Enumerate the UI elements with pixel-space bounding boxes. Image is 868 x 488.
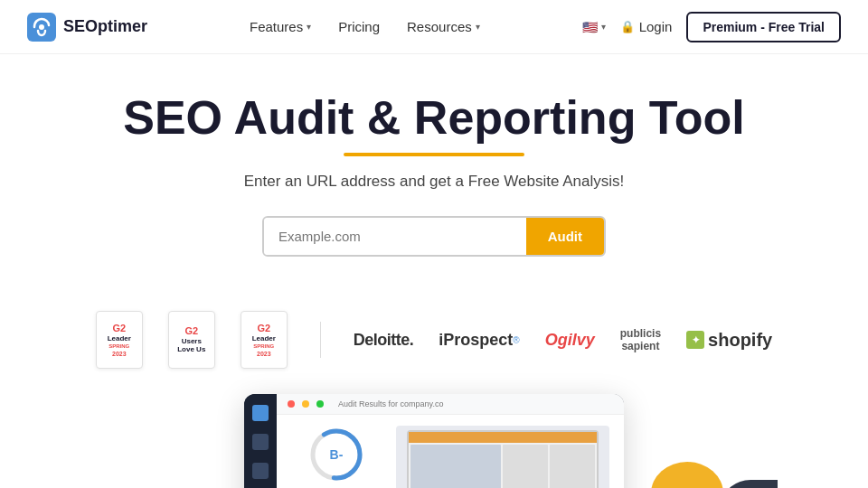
g2-badge-leader-1: G2 Leader SPRING 2023 <box>96 311 143 369</box>
seoptimer-logo-icon <box>27 13 56 42</box>
client-logo-shopify: ✦ shopify <box>686 330 772 351</box>
nav-features[interactable]: Features ▾ <box>250 19 311 34</box>
badge-season-1: SPRING <box>108 343 129 349</box>
social-proof-row: G2 Leader SPRING 2023 G2 Users Love Us G… <box>0 311 868 369</box>
g2-logo-icon-3: G2 <box>257 323 270 333</box>
flag-chevron-icon: ▾ <box>601 22 606 32</box>
features-chevron-icon: ▾ <box>307 22 311 32</box>
hero-subtitle: Enter an URL address and get a Free Webs… <box>0 173 868 191</box>
preview-body: B- Your page could be better <box>277 415 624 488</box>
audit-score-section: B- Your page could be better <box>291 426 382 488</box>
laptop-image-col <box>410 445 501 488</box>
badge-title-2: Users Love Us <box>173 338 211 354</box>
navbar-right: 🇺🇸 ▾ 🔒 Login Premium - Free Trial <box>582 12 841 42</box>
g2-badge-leader-2: G2 Leader SPRING 2023 <box>241 311 288 369</box>
preview-domain-label: Audit Results for company.co <box>338 399 443 408</box>
laptop-body <box>409 443 597 488</box>
laptop-col-2 <box>550 445 595 488</box>
preview-sidebar-icon-2 <box>252 434 269 450</box>
badge-year-1: 2023 <box>112 351 127 357</box>
premium-trial-button[interactable]: Premium - Free Trial <box>686 12 841 42</box>
lock-icon: 🔒 <box>620 20 635 33</box>
preview-sidebar-icon-3 <box>252 463 269 479</box>
badge-title-1: Leader <box>108 335 131 343</box>
hero-section: SEO Audit & Reporting Tool Enter an URL … <box>0 54 868 311</box>
score-value: B- <box>330 447 344 462</box>
yellow-decoration <box>651 462 723 488</box>
divider <box>320 322 321 358</box>
badge-title-3: Leader <box>252 335 276 343</box>
hero-underline-decoration <box>344 153 524 156</box>
flag-icon: 🇺🇸 <box>582 20 598 34</box>
url-search-input[interactable] <box>264 218 526 255</box>
audit-preview-card: Audit Results for company.co B- Your pag… <box>244 394 624 488</box>
language-selector[interactable]: 🇺🇸 ▾ <box>582 20 606 34</box>
preview-main-content: Audit Results for company.co B- Your pag… <box>277 394 624 488</box>
laptop-preview-graphic <box>407 430 599 488</box>
g2-badge-users-love: G2 Users Love Us <box>168 311 215 369</box>
preview-sidebar <box>244 394 277 488</box>
nav-pricing[interactable]: Pricing <box>338 19 380 34</box>
score-circle-svg: B- <box>307 426 365 483</box>
login-button[interactable]: 🔒 Login <box>620 19 673 34</box>
maximize-dot <box>316 400 324 408</box>
badge-season-3: SPRING <box>253 343 274 349</box>
hero-title: SEO Audit & Reporting Tool <box>0 92 868 144</box>
navbar: SEOptimer Features ▾ Pricing Resources ▾… <box>0 0 868 54</box>
badge-year-3: 2023 <box>257 351 271 357</box>
g2-logo-icon: G2 <box>112 323 126 333</box>
laptop-col-1 <box>503 445 548 488</box>
client-logo-deloitte: Deloitte. <box>354 331 414 350</box>
resources-chevron-icon: ▾ <box>476 22 480 32</box>
preview-topbar: Audit Results for company.co <box>277 394 624 415</box>
search-container: Audit <box>262 216 606 257</box>
website-screenshot-preview <box>396 426 609 488</box>
navy-decoration <box>723 480 778 488</box>
logo-text: SEOptimer <box>63 17 147 36</box>
logo-area: SEOptimer <box>27 13 147 42</box>
g2-logo-icon-2: G2 <box>184 325 198 336</box>
client-logo-publicis: publicissapient <box>620 327 661 353</box>
minimize-dot <box>302 400 309 408</box>
preview-sidebar-icon-1 <box>252 405 269 421</box>
nav-links: Features ▾ Pricing Resources ▾ <box>250 19 480 34</box>
svg-point-1 <box>39 24 44 30</box>
iprospect-sup: ® <box>513 335 519 345</box>
preview-section: Audit Results for company.co B- Your pag… <box>0 394 868 488</box>
nav-resources[interactable]: Resources ▾ <box>407 19 480 34</box>
laptop-header <box>409 432 597 443</box>
close-dot <box>288 400 295 408</box>
shopify-bag-icon: ✦ <box>686 331 704 349</box>
audit-button[interactable]: Audit <box>526 218 604 255</box>
client-logo-iprospect: iProspect ® <box>439 331 519 350</box>
search-bar: Audit <box>0 216 868 257</box>
client-logo-ogilvy: Ogilvy <box>545 331 595 350</box>
